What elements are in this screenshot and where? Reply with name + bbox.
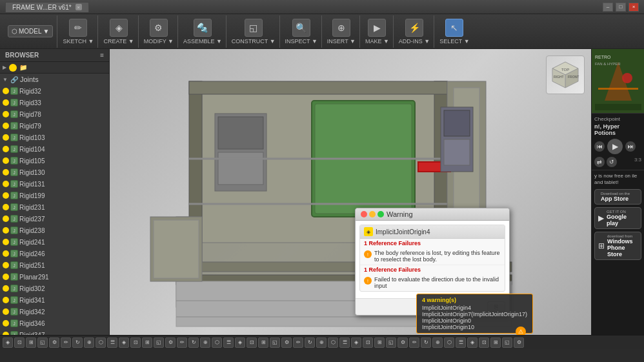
status-icon-42[interactable]: ⊞ [490, 337, 501, 348]
sidebar-options-icon[interactable]: ≡ [100, 52, 104, 59]
sketch-label[interactable]: SKETCH ▼ [63, 38, 94, 45]
next-track-btn[interactable]: ⏭ [625, 141, 636, 152]
status-icon-37[interactable]: ⊕ [432, 337, 443, 348]
status-icon-6[interactable]: ↻ [72, 337, 83, 348]
insert-label[interactable]: INSERT ▼ [327, 38, 356, 45]
eye-icon[interactable] [9, 64, 17, 72]
joints-section[interactable]: ▼ 🔗 Joints [0, 74, 109, 85]
status-icon-14[interactable]: ⚙ [165, 337, 176, 348]
status-icon-25[interactable]: ✏ [293, 337, 303, 348]
3d-viewport[interactable]: TOP FRONT RIGHT Warning [110, 49, 591, 335]
status-icon-28[interactable]: ⬡ [328, 337, 338, 348]
sidebar-item-rigid199[interactable]: J Rigid199 [0, 190, 109, 201]
status-icon-11[interactable]: ⊡ [130, 337, 141, 348]
tab-close-btn[interactable]: × [75, 4, 82, 10]
sidebar-item-rigid251[interactable]: J Rigid251 [0, 259, 109, 271]
status-icon-35[interactable]: ✏ [409, 337, 419, 348]
status-icon-26[interactable]: ↻ [305, 337, 315, 348]
sidebar-item-rigid78[interactable]: J Rigid78 [0, 108, 109, 120]
modify-label[interactable]: MODIFY ▼ [144, 38, 174, 45]
maximize-traffic-light[interactable] [377, 211, 384, 217]
status-icon-9[interactable]: ☰ [107, 337, 117, 348]
repeat-btn[interactable]: ↺ [607, 157, 617, 167]
make-icon-btn[interactable]: ▶ [368, 19, 386, 37]
status-icon-1[interactable]: ⊡ [14, 337, 25, 348]
close-button[interactable]: × [629, 3, 639, 12]
maximize-button[interactable]: □ [616, 3, 626, 12]
status-icon-10[interactable]: ◈ [119, 337, 129, 348]
shuffle-btn[interactable]: ⇄ [594, 157, 605, 167]
status-icon-29[interactable]: ☰ [339, 337, 350, 348]
status-icon-18[interactable]: ⬡ [212, 337, 222, 348]
sidebar-content[interactable]: ▶ 📁 ▼ 🔗 Joints J Rigid32 J Rigid33 J Rig… [0, 62, 109, 335]
status-icon-23[interactable]: ◱ [270, 337, 280, 348]
status-icon-8[interactable]: ⬡ [96, 337, 106, 348]
sketch-icon-btn[interactable]: ✏ [69, 19, 87, 37]
sidebar-item-rigid302[interactable]: J Rigid302 [0, 283, 109, 294]
status-icon-38[interactable]: ⬡ [444, 337, 454, 348]
sidebar-item-rigid241[interactable]: J Rigid241 [0, 236, 109, 248]
google-play-button[interactable]: ▶ GET IT ON Google play [594, 207, 641, 229]
modify-icon-btn[interactable]: ⚙ [150, 19, 168, 37]
create-label[interactable]: CREATE ▼ [103, 38, 134, 45]
construct-icon-btn[interactable]: ◱ [245, 19, 263, 37]
minimize-button[interactable]: – [603, 3, 613, 12]
assemble-label[interactable]: ASSEMBLE ▼ [183, 38, 222, 45]
addins-label[interactable]: ADD-INS ▼ [399, 38, 430, 45]
assemble-icon-btn[interactable]: 🔩 [194, 19, 212, 37]
select-label[interactable]: SELECT ▼ [439, 38, 469, 45]
warning-item-header-1[interactable]: ◈ ImplicitJointOrigin4 [360, 225, 505, 239]
status-icon-22[interactable]: ⊞ [258, 337, 268, 348]
status-icon-20[interactable]: ◈ [235, 337, 245, 348]
sidebar-item-planar291[interactable]: J Planar291 [0, 271, 109, 283]
status-icon-34[interactable]: ⚙ [397, 337, 408, 348]
sidebar-item-rigid32[interactable]: J Rigid32 [0, 85, 109, 97]
status-icon-21[interactable]: ⊡ [247, 337, 257, 348]
viewcube[interactable]: TOP FRONT RIGHT [546, 55, 585, 94]
tab-main[interactable]: FRAME W...ER v61* × [5, 2, 89, 12]
status-icon-43[interactable]: ◱ [502, 337, 512, 348]
status-icon-2[interactable]: ⊞ [26, 337, 36, 348]
status-icon-39[interactable]: ☰ [456, 337, 466, 348]
status-icon-40[interactable]: ◈ [467, 337, 478, 348]
prev-track-btn[interactable]: ⏮ [594, 141, 605, 152]
status-icon-36[interactable]: ↻ [421, 337, 431, 348]
select-icon-btn[interactable]: ↖ [445, 19, 463, 37]
sidebar-item-rigid341[interactable]: J Rigid341 [0, 294, 109, 306]
sidebar-item-rigid130[interactable]: J Rigid130 [0, 166, 109, 178]
status-icon-7[interactable]: ⊕ [84, 337, 94, 348]
status-icon-0[interactable]: ◈ [3, 337, 13, 348]
create-icon-btn[interactable]: ◈ [110, 19, 128, 37]
status-icon-4[interactable]: ⚙ [49, 337, 59, 348]
status-icon-27[interactable]: ⊕ [316, 337, 327, 348]
status-icon-32[interactable]: ⊞ [374, 337, 385, 348]
status-icon-31[interactable]: ⊡ [363, 337, 373, 348]
status-icon-44[interactable]: ⚙ [514, 337, 524, 348]
status-icon-5[interactable]: ✏ [61, 337, 71, 348]
windows-store-button[interactable]: ⊞ download from Windows Phone Store [594, 232, 641, 260]
addins-icon-btn[interactable]: ⚡ [405, 19, 423, 37]
status-icon-30[interactable]: ◈ [351, 337, 361, 348]
status-icon-24[interactable]: ⚙ [281, 337, 292, 348]
status-icon-33[interactable]: ◱ [386, 337, 396, 348]
sidebar-item-rigid104[interactable]: J Rigid104 [0, 143, 109, 155]
sidebar-item-rigid105[interactable]: J Rigid105 [0, 155, 109, 166]
sidebar-item-rigid346[interactable]: J Rigid346 [0, 317, 109, 329]
model-dropdown[interactable]: ⬡ MODEL ▼ [8, 25, 53, 37]
insert-icon-btn[interactable]: ⊕ [332, 19, 350, 37]
sidebar-item-rigid342[interactable]: J Rigid342 [0, 306, 109, 317]
status-icon-17[interactable]: ⊕ [200, 337, 210, 348]
status-icon-13[interactable]: ◱ [154, 337, 164, 348]
sidebar-item-rigid33[interactable]: J Rigid33 [0, 97, 109, 108]
status-icon-19[interactable]: ☰ [223, 337, 234, 348]
sidebar-item-rigid246[interactable]: J Rigid246 [0, 248, 109, 259]
sidebar-item-rigid347[interactable]: J Rigid347 [0, 329, 109, 335]
sidebar-item-rigid103[interactable]: J Rigid103 [0, 132, 109, 143]
minimize-traffic-light[interactable] [369, 211, 376, 217]
inspect-icon-btn[interactable]: 🔍 [292, 19, 310, 37]
status-icon-12[interactable]: ⊞ [142, 337, 152, 348]
status-icon-15[interactable]: ✏ [177, 337, 187, 348]
sidebar-item-rigid79[interactable]: J Rigid79 [0, 120, 109, 132]
play-pause-btn[interactable]: ▶ [607, 139, 623, 154]
status-icon-3[interactable]: ◱ [37, 337, 48, 348]
